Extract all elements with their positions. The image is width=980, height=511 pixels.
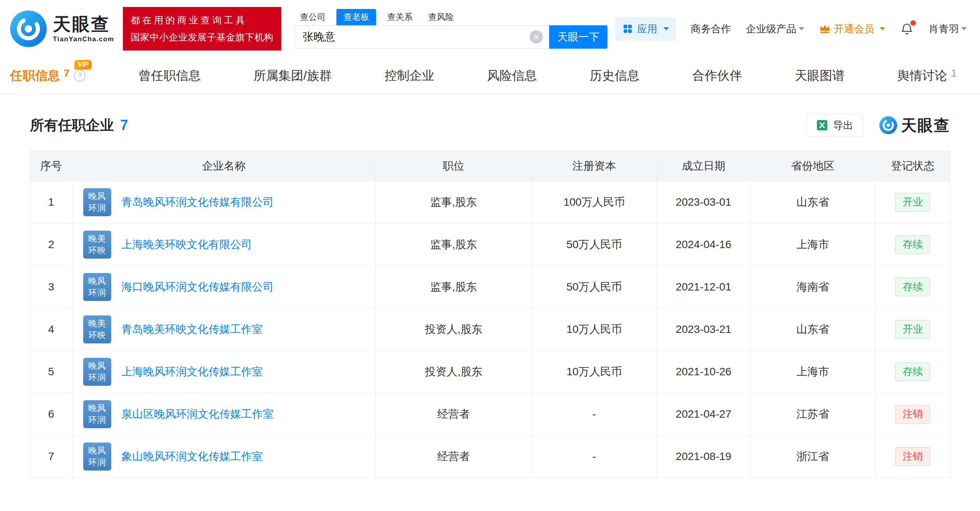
crown-icon	[819, 24, 831, 34]
status-badge: 开业	[895, 193, 930, 211]
search-tab-relation[interactable]: 查关系	[382, 9, 417, 25]
tab-partners[interactable]: 合作伙伴	[692, 58, 742, 94]
company-logo-line: 环润	[88, 202, 106, 214]
position-cell: 经营者	[376, 393, 532, 436]
company-logo: 晚风环润	[83, 273, 111, 301]
search-tab-company[interactable]: 查公司	[295, 9, 330, 25]
position-cell: 监事,股东	[376, 181, 532, 224]
row-number: 2	[30, 224, 72, 266]
region-cell: 海南省	[751, 266, 875, 308]
tab-current-positions[interactable]: 任职信息7?VIP	[10, 58, 86, 94]
status-badge: 存续	[895, 278, 930, 296]
column-header: 省份地区	[751, 151, 875, 181]
tab-label: 舆情讨论	[897, 67, 947, 84]
page-title: 所有任职企业 7	[30, 116, 128, 135]
tianyancha-eye-icon	[10, 10, 47, 47]
brand-watermark-text: 天眼查	[901, 115, 950, 136]
export-button[interactable]: 导出	[806, 114, 863, 137]
search-button[interactable]: 天眼一下	[549, 25, 607, 49]
user-menu[interactable]: 肖青羽	[929, 22, 967, 36]
status-badge: 开业	[895, 320, 930, 338]
capital-cell: 50万人民币	[532, 224, 657, 266]
company-name-link[interactable]: 象山晚风环润文化传媒工作室	[121, 449, 263, 464]
search-area: 查公司查老板查关系查风险 × 天眼一下	[294, 9, 607, 49]
column-header: 职位	[376, 151, 532, 181]
status-badge: 注销	[895, 405, 930, 423]
search-tabs: 查公司查老板查关系查风险	[295, 9, 607, 25]
search-tab-boss[interactable]: 查老板	[336, 9, 376, 25]
company-logo-line: 环润	[88, 414, 106, 426]
brand-name: 天眼查	[53, 14, 114, 34]
capital-cell: 10万人民币	[532, 308, 657, 351]
tab-history-info[interactable]: 历史信息	[590, 58, 639, 94]
region-cell: 浙江省	[751, 436, 875, 478]
region-cell: 江苏省	[751, 393, 875, 436]
search-box: × 天眼一下	[294, 25, 607, 49]
tab-label: 曾任职信息	[138, 67, 201, 84]
business-cooperation-link[interactable]: 商务合作	[691, 22, 731, 36]
header-right-nav: 应用 商务合作 企业级产品 开通会员 肖青羽	[615, 17, 980, 41]
company-cell: 晚风环润海口晚风环润文化传媒有限公司	[72, 266, 376, 308]
search-tab-risk[interactable]: 查风险	[424, 9, 458, 25]
date-cell: 2021-10-26	[657, 351, 751, 393]
region-cell: 上海市	[751, 224, 875, 266]
company-name-link[interactable]: 青岛晚风环润文化传媒有限公司	[121, 195, 274, 210]
tab-controlled-companies[interactable]: 控制企业	[385, 58, 434, 94]
tab-graph[interactable]: 天眼图谱	[795, 58, 845, 94]
tianyancha-logo[interactable]: 天眼查 TianYanCha.com	[10, 10, 114, 47]
row-number: 3	[30, 266, 72, 308]
row-number: 6	[30, 393, 72, 436]
chevron-down-icon	[663, 27, 669, 30]
title-text: 所有任职企业	[30, 116, 114, 135]
table-row: 7晚风环润象山晚风环润文化传媒工作室经营者-2021-08-19浙江省注销	[30, 436, 950, 478]
company-cell: 晚风环润象山晚风环润文化传媒工作室	[72, 436, 376, 478]
chevron-down-icon	[961, 27, 967, 30]
enterprise-products-link[interactable]: 企业级产品	[746, 22, 804, 36]
date-cell: 2023-03-01	[657, 181, 751, 224]
status-badge: 注销	[895, 447, 930, 466]
position-cell: 监事,股东	[376, 224, 532, 266]
tab-risk-info[interactable]: 风险信息	[487, 58, 537, 94]
search-input[interactable]	[294, 25, 549, 49]
company-name-link[interactable]: 上海晚美环映文化有限公司	[121, 237, 252, 252]
username: 肖青羽	[929, 22, 959, 36]
status-cell: 存续	[875, 224, 950, 266]
company-logo: 晚美环映	[83, 315, 111, 343]
company-name-link[interactable]: 青岛晚美环映文化传媒工作室	[121, 322, 263, 337]
status-cell: 开业	[875, 181, 950, 224]
tab-label: 控制企业	[385, 67, 434, 84]
company-logo-line: 环润	[88, 372, 106, 383]
apps-button[interactable]: 应用	[615, 17, 676, 41]
capital-cell: 10万人民币	[532, 351, 657, 393]
positions-table: 序号企业名称职位注册资本成立日期省份地区登记状态 1晚风环润青岛晚风环润文化传媒…	[30, 151, 950, 478]
table-row: 1晚风环润青岛晚风环润文化传媒有限公司监事,股东100万人民币2023-03-0…	[30, 181, 950, 224]
notification-dot	[910, 20, 916, 26]
company-logo-line: 环映	[88, 245, 106, 256]
row-number: 1	[30, 181, 72, 224]
notification-bell[interactable]	[900, 21, 914, 36]
main-content: 所有任职企业 7 导出	[30, 114, 950, 478]
promo-banner: 都在用的商业查询工具 国家中小企业发展子基金旗下机构	[123, 7, 282, 51]
tab-past-positions[interactable]: 曾任职信息	[138, 58, 201, 94]
tab-public-opinion[interactable]: 舆情讨论1	[897, 58, 956, 94]
company-logo-line: 环润	[88, 287, 106, 299]
clear-icon[interactable]: ×	[530, 30, 543, 44]
tab-label: 任职信息	[10, 67, 60, 84]
tab-label: 天眼图谱	[795, 67, 845, 84]
company-name-link[interactable]: 海口晚风环润文化传媒有限公司	[121, 280, 274, 294]
promo-line2: 国家中小企业发展子基金旗下机构	[131, 29, 274, 46]
tab-group[interactable]: 所属集团/族群	[254, 58, 332, 94]
column-header: 成立日期	[657, 151, 751, 181]
row-number: 7	[30, 436, 72, 478]
export-label: 导出	[833, 119, 853, 132]
vip-membership-link[interactable]: 开通会员	[819, 22, 885, 36]
table-row: 5晚风环润上海晚风环润文化传媒工作室投资人,股东10万人民币2021-10-26…	[30, 351, 950, 393]
table-body: 1晚风环润青岛晚风环润文化传媒有限公司监事,股东100万人民币2023-03-0…	[30, 181, 950, 478]
table-row: 2晚美环映上海晚美环映文化有限公司监事,股东50万人民币2024-04-16上海…	[30, 224, 950, 266]
company-name-link[interactable]: 上海晚风环润文化传媒工作室	[121, 364, 263, 379]
help-icon[interactable]: ?	[74, 70, 86, 82]
company-name-link[interactable]: 泉山区晚风环润文化传媒工作室	[121, 407, 274, 422]
cooperation-label: 商务合作	[691, 22, 731, 36]
column-header: 注册资本	[532, 151, 657, 181]
promo-line1: 都在用的商业查询工具	[131, 12, 274, 29]
